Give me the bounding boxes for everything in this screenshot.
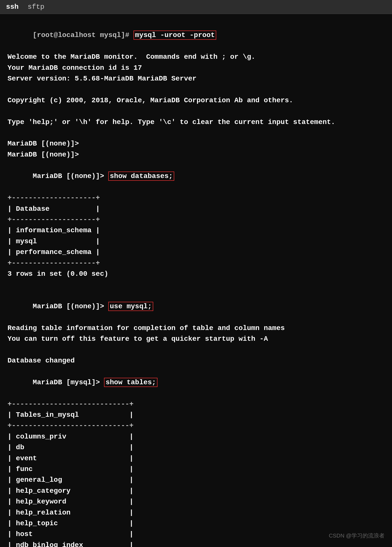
db-mysql: | mysql | [8, 236, 384, 247]
t-func: | func | [8, 464, 384, 474]
db-border-mid: +--------------------+ [8, 214, 384, 225]
db-info-schema: | information_schema | [8, 225, 384, 236]
root-prompt: [root@localhost mysql]# [33, 31, 129, 39]
show-databases-cmd: show databases; [108, 172, 174, 181]
t-event: | event | [8, 453, 384, 464]
t-ndb-binlog-index: | ndb_binlog_index | [8, 540, 384, 547]
tables-border-mid: +----------------------------+ [8, 420, 384, 431]
db-header: | Database | [8, 204, 384, 214]
copyright-line: Copyright (c) 2000, 2018, Oracle, MariaD… [8, 95, 384, 106]
blank2 [8, 106, 384, 116]
prompt-none-4: MariaDB [(none)]> [33, 302, 104, 310]
prompt-mysql-1: MariaDB [mysql]> [33, 378, 100, 386]
use-mysql-cmd: use mysql; [108, 302, 153, 311]
tables-header: | Tables_in_mysql | [8, 410, 384, 420]
show-tables-line: MariaDB [mysql]> show tables; [8, 366, 384, 399]
welcome-line1: Welcome to the MariaDB monitor. Commands… [8, 52, 384, 62]
t-help-relation: | help_relation | [8, 507, 384, 518]
terminal-content: [root@localhost mysql]# mysql -uroot -pr… [0, 14, 392, 547]
tables-border-top: +----------------------------+ [8, 399, 384, 410]
db-perf-schema: | performance_schema | [8, 247, 384, 258]
watermark: CSDN @学习的流浪者 [329, 532, 384, 540]
login-line: [root@localhost mysql]# mysql -uroot -pr… [8, 19, 384, 52]
welcome-line3: Server version: 5.5.68-MariaDB MariaDB S… [8, 73, 384, 84]
blank3 [8, 128, 384, 138]
terminal-window: ssh sftp [root@localhost mysql]# mysql -… [0, 0, 392, 547]
show-databases-line: MariaDB [(none)]> show databases; [8, 160, 384, 192]
t-general-log: | general_log | [8, 474, 384, 485]
t-help-topic: | help_topic | [8, 518, 384, 529]
use-mysql-line: MariaDB [(none)]> use mysql; [8, 290, 384, 323]
rows-3: 3 rows in set (0.00 sec) [8, 268, 384, 279]
turn-off-line: You can turn off this feature to get a q… [8, 334, 384, 344]
prompt-none-3: MariaDB [(none)]> [33, 172, 104, 180]
db-border-top: +--------------------+ [8, 192, 384, 203]
t-host: | host | [8, 529, 384, 540]
t-help-keyword: | help_keyword | [8, 496, 384, 507]
db-changed-line: Database changed [8, 355, 384, 366]
prompt-none-2: MariaDB [(none)]> [8, 149, 384, 160]
login-command: mysql -uroot -proot [134, 30, 216, 40]
t-columns-priv: | columns_priv | [8, 431, 384, 442]
blank4 [8, 279, 384, 290]
prompt-none-1: MariaDB [(none)]> [8, 138, 384, 149]
t-help-category: | help_category | [8, 486, 384, 496]
reading-table-line: Reading table information for completion… [8, 323, 384, 334]
db-border-bot: +--------------------+ [8, 258, 384, 268]
tab-ssh[interactable]: ssh [4, 2, 20, 12]
help-text-line: Type 'help;' or '\h' for help. Type '\c'… [8, 117, 384, 128]
blank1 [8, 84, 384, 95]
tab-sftp[interactable]: sftp [26, 2, 46, 12]
t-db: | db | [8, 442, 384, 453]
blank5 [8, 344, 384, 355]
welcome-line2: Your MariaDB connection id is 17 [8, 62, 384, 73]
show-tables-cmd: show tables; [104, 378, 158, 387]
tab-bar: ssh sftp [0, 0, 392, 14]
